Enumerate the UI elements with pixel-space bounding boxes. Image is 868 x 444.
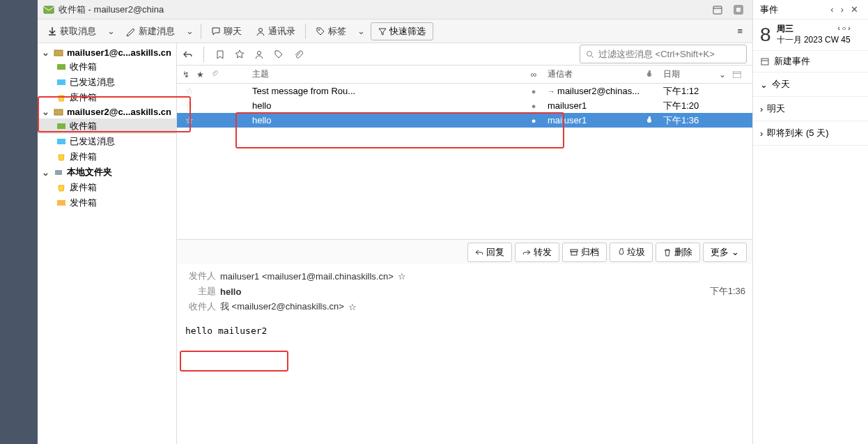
forward-button[interactable]: 转发 xyxy=(515,243,559,262)
bookmark-icon[interactable] xyxy=(215,49,225,59)
message-content: ↯★ 主题 ∞ 通信者 日期 ⌄ ☆ Test message from Rou… xyxy=(177,43,752,444)
get-messages-label: 获取消息 xyxy=(60,25,96,38)
new-event-button[interactable]: 新建事件 xyxy=(753,51,868,72)
col-picker[interactable] xyxy=(733,71,747,78)
prev-icon[interactable]: ‹ xyxy=(828,3,836,16)
read-indicator: ● xyxy=(520,87,548,95)
archive-button[interactable]: 归档 xyxy=(562,243,607,262)
svg-rect-12 xyxy=(57,139,65,144)
account-2-trash[interactable]: 废件箱 xyxy=(38,149,176,164)
contacts-button[interactable]: 通讯录 xyxy=(250,22,301,40)
events-title: 事件 xyxy=(760,3,828,16)
account-1-trash[interactable]: 废件箱 xyxy=(38,90,176,105)
local-outbox[interactable]: 发件箱 xyxy=(38,195,176,210)
titlebar: 收件箱 - mailuser2@china xyxy=(38,0,752,20)
date-weekday: 周三 xyxy=(777,24,793,33)
local-folders[interactable]: ⌄ 本地文件夹 xyxy=(38,164,176,180)
new-event-label: 新建事件 xyxy=(774,55,810,68)
message-row[interactable]: ☆ hello ● mailuser1 下午1:20 xyxy=(177,98,752,113)
next-icon[interactable]: › xyxy=(838,3,846,16)
svg-rect-4 xyxy=(736,7,741,13)
filter-search[interactable] xyxy=(580,45,747,63)
star-icon[interactable]: ☆ xyxy=(183,115,203,125)
svg-rect-18 xyxy=(733,71,741,78)
account-2-label: mailuser2@c...askills.cn xyxy=(67,107,171,117)
events-today[interactable]: ⌄今天 xyxy=(753,72,868,97)
events-tomorrow[interactable]: ›明天 xyxy=(753,97,868,121)
chat-label: 聊天 xyxy=(224,25,242,38)
star-icon[interactable]: ☆ xyxy=(398,271,406,282)
message-list: ☆ Test message from Rou... ● → mailuser2… xyxy=(177,84,752,128)
tasks-icon[interactable] xyxy=(730,3,747,17)
col-subject[interactable]: 主题 xyxy=(245,68,520,80)
svg-rect-21 xyxy=(571,252,577,255)
star-icon[interactable] xyxy=(235,49,245,59)
star-icon[interactable]: ☆ xyxy=(183,100,203,111)
folder-sidebar: ⌄ mailuser1@c...askills.cn 收件箱 已发送消息 废件箱… xyxy=(38,43,177,444)
delete-button[interactable]: 删除 xyxy=(656,243,700,262)
events-upcoming[interactable]: ›即将到来 (5 天) xyxy=(753,121,868,146)
search-input[interactable] xyxy=(598,49,741,59)
chevron-down-icon: ⌄ xyxy=(760,79,768,90)
menu-icon[interactable]: ≡ xyxy=(731,23,748,39)
account-2-inbox[interactable]: 收件箱 xyxy=(38,118,176,134)
account-1[interactable]: ⌄ mailuser1@c...askills.cn xyxy=(38,46,176,59)
chat-button[interactable]: 聊天 xyxy=(206,22,247,40)
reply-icon[interactable] xyxy=(183,49,192,59)
account-2[interactable]: ⌄ mailuser2@c...askills.cn xyxy=(38,105,176,118)
new-dropdown[interactable]: ⌄ xyxy=(183,24,196,38)
col-junk[interactable] xyxy=(645,70,663,79)
read-indicator: ● xyxy=(520,102,548,110)
close-icon[interactable]: ✕ xyxy=(848,3,861,16)
col-replied[interactable]: ∞ xyxy=(520,70,548,79)
more-button[interactable]: 更多⌄ xyxy=(703,243,747,262)
col-date[interactable]: 日期 xyxy=(663,68,719,80)
svg-rect-11 xyxy=(57,123,65,129)
account-1-label: mailuser1@c...askills.cn xyxy=(67,47,171,58)
svg-rect-22 xyxy=(761,59,768,65)
message-row-selected[interactable]: ☆ hello ● mailuser1 下午1:36 xyxy=(177,113,752,128)
column-headers: ↯★ 主题 ∞ 通信者 日期 ⌄ xyxy=(177,66,752,84)
fire-icon xyxy=(645,116,663,125)
account-2-sent[interactable]: 已发送消息 xyxy=(38,134,176,149)
message-time: 下午1:36 xyxy=(710,285,745,298)
star-icon[interactable]: ☆ xyxy=(348,302,357,312)
svg-rect-0 xyxy=(44,6,54,13)
col-icons[interactable]: ↯★ xyxy=(183,70,245,79)
tag-dropdown[interactable]: ⌄ xyxy=(355,24,368,38)
mailbox-icon xyxy=(53,48,64,58)
chevron-down-icon: ⌄ xyxy=(42,107,50,117)
local-trash[interactable]: 废件箱 xyxy=(38,180,176,195)
chevron-down-icon: ⌄ xyxy=(42,47,50,58)
tag-filter-icon[interactable] xyxy=(274,49,284,59)
message-row[interactable]: ☆ Test message from Rou... ● → mailuser2… xyxy=(177,84,752,98)
junk-button[interactable]: 垃圾 xyxy=(610,243,653,262)
svg-rect-13 xyxy=(55,170,62,175)
account-1-inbox[interactable]: 收件箱 xyxy=(38,59,176,75)
from-value: mailuser1 <mailuser1@mail.chinaskills.cn… xyxy=(220,271,394,282)
star-icon[interactable]: ☆ xyxy=(183,86,203,96)
col-sort[interactable]: ⌄ xyxy=(719,70,733,79)
separator xyxy=(201,24,201,39)
account-1-sent[interactable]: 已发送消息 xyxy=(38,75,176,90)
to-value: 我 <mailuser2@chinaskills.cn> xyxy=(220,300,344,313)
svg-rect-8 xyxy=(57,64,65,70)
outbox-icon xyxy=(56,198,67,208)
svg-point-5 xyxy=(259,28,263,31)
get-messages-button[interactable]: 获取消息 xyxy=(42,22,102,40)
trash-icon xyxy=(56,152,67,162)
contact-icon[interactable] xyxy=(254,49,264,59)
new-message-button[interactable]: 新建消息 xyxy=(121,22,180,40)
tag-button[interactable]: 标签 xyxy=(310,22,352,40)
subject-label: 主题 xyxy=(184,285,216,298)
attachment-icon[interactable] xyxy=(293,49,303,59)
col-sender[interactable]: 通信者 xyxy=(548,68,645,80)
separator xyxy=(203,47,204,62)
calendar-icon[interactable] xyxy=(709,3,726,17)
quick-filter-button[interactable]: 快速筛选 xyxy=(371,22,433,40)
read-indicator: ● xyxy=(520,116,548,125)
date-day: 8 xyxy=(760,24,771,46)
reply-button[interactable]: 回复 xyxy=(467,243,512,262)
get-dropdown[interactable]: ⌄ xyxy=(104,24,118,38)
from-label: 发件人 xyxy=(184,270,216,282)
